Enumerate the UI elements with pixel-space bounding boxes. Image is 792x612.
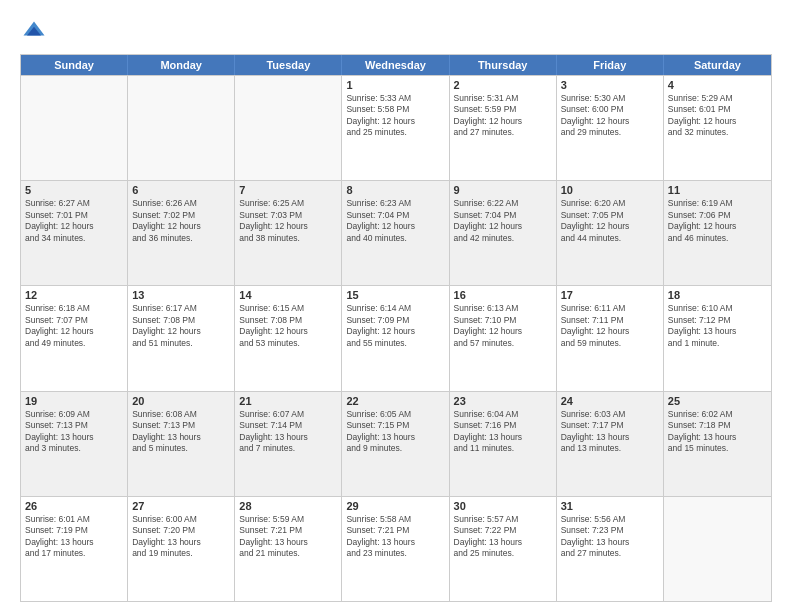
day-info: Sunrise: 6:26 AM Sunset: 7:02 PM Dayligh… [132, 198, 230, 244]
day-cell-17: 17Sunrise: 6:11 AM Sunset: 7:11 PM Dayli… [557, 286, 664, 390]
day-number: 25 [668, 395, 767, 407]
day-cell-16: 16Sunrise: 6:13 AM Sunset: 7:10 PM Dayli… [450, 286, 557, 390]
day-info: Sunrise: 6:08 AM Sunset: 7:13 PM Dayligh… [132, 409, 230, 455]
day-cell-14: 14Sunrise: 6:15 AM Sunset: 7:08 PM Dayli… [235, 286, 342, 390]
day-number: 2 [454, 79, 552, 91]
day-cell-25: 25Sunrise: 6:02 AM Sunset: 7:18 PM Dayli… [664, 392, 771, 496]
weekday-header-saturday: Saturday [664, 55, 771, 75]
day-info: Sunrise: 6:04 AM Sunset: 7:16 PM Dayligh… [454, 409, 552, 455]
day-cell-23: 23Sunrise: 6:04 AM Sunset: 7:16 PM Dayli… [450, 392, 557, 496]
day-cell-5: 5Sunrise: 6:27 AM Sunset: 7:01 PM Daylig… [21, 181, 128, 285]
day-info: Sunrise: 6:27 AM Sunset: 7:01 PM Dayligh… [25, 198, 123, 244]
day-info: Sunrise: 6:22 AM Sunset: 7:04 PM Dayligh… [454, 198, 552, 244]
day-cell-31: 31Sunrise: 5:56 AM Sunset: 7:23 PM Dayli… [557, 497, 664, 601]
page: SundayMondayTuesdayWednesdayThursdayFrid… [0, 0, 792, 612]
calendar-week-4: 19Sunrise: 6:09 AM Sunset: 7:13 PM Dayli… [21, 391, 771, 496]
day-cell-13: 13Sunrise: 6:17 AM Sunset: 7:08 PM Dayli… [128, 286, 235, 390]
day-info: Sunrise: 6:13 AM Sunset: 7:10 PM Dayligh… [454, 303, 552, 349]
calendar-week-1: 1Sunrise: 5:33 AM Sunset: 5:58 PM Daylig… [21, 75, 771, 180]
day-number: 15 [346, 289, 444, 301]
day-cell-29: 29Sunrise: 5:58 AM Sunset: 7:21 PM Dayli… [342, 497, 449, 601]
day-cell-18: 18Sunrise: 6:10 AM Sunset: 7:12 PM Dayli… [664, 286, 771, 390]
weekday-header-friday: Friday [557, 55, 664, 75]
logo-icon [20, 18, 48, 46]
day-info: Sunrise: 6:18 AM Sunset: 7:07 PM Dayligh… [25, 303, 123, 349]
day-cell-3: 3Sunrise: 5:30 AM Sunset: 6:00 PM Daylig… [557, 76, 664, 180]
day-number: 10 [561, 184, 659, 196]
weekday-header-thursday: Thursday [450, 55, 557, 75]
day-number: 17 [561, 289, 659, 301]
day-cell-22: 22Sunrise: 6:05 AM Sunset: 7:15 PM Dayli… [342, 392, 449, 496]
day-info: Sunrise: 6:19 AM Sunset: 7:06 PM Dayligh… [668, 198, 767, 244]
day-cell-2: 2Sunrise: 5:31 AM Sunset: 5:59 PM Daylig… [450, 76, 557, 180]
day-info: Sunrise: 6:05 AM Sunset: 7:15 PM Dayligh… [346, 409, 444, 455]
day-cell-26: 26Sunrise: 6:01 AM Sunset: 7:19 PM Dayli… [21, 497, 128, 601]
day-info: Sunrise: 6:17 AM Sunset: 7:08 PM Dayligh… [132, 303, 230, 349]
day-cell-12: 12Sunrise: 6:18 AM Sunset: 7:07 PM Dayli… [21, 286, 128, 390]
day-info: Sunrise: 5:33 AM Sunset: 5:58 PM Dayligh… [346, 93, 444, 139]
day-number: 1 [346, 79, 444, 91]
logo [20, 18, 52, 46]
day-cell-1: 1Sunrise: 5:33 AM Sunset: 5:58 PM Daylig… [342, 76, 449, 180]
day-cell-8: 8Sunrise: 6:23 AM Sunset: 7:04 PM Daylig… [342, 181, 449, 285]
weekday-header-tuesday: Tuesday [235, 55, 342, 75]
day-info: Sunrise: 6:10 AM Sunset: 7:12 PM Dayligh… [668, 303, 767, 349]
calendar: SundayMondayTuesdayWednesdayThursdayFrid… [20, 54, 772, 602]
day-number: 24 [561, 395, 659, 407]
weekday-header-monday: Monday [128, 55, 235, 75]
day-number: 7 [239, 184, 337, 196]
day-cell-11: 11Sunrise: 6:19 AM Sunset: 7:06 PM Dayli… [664, 181, 771, 285]
empty-cell [235, 76, 342, 180]
day-number: 18 [668, 289, 767, 301]
day-number: 4 [668, 79, 767, 91]
day-cell-15: 15Sunrise: 6:14 AM Sunset: 7:09 PM Dayli… [342, 286, 449, 390]
calendar-header: SundayMondayTuesdayWednesdayThursdayFrid… [21, 55, 771, 75]
day-info: Sunrise: 6:02 AM Sunset: 7:18 PM Dayligh… [668, 409, 767, 455]
day-number: 13 [132, 289, 230, 301]
day-number: 9 [454, 184, 552, 196]
day-number: 11 [668, 184, 767, 196]
day-info: Sunrise: 6:14 AM Sunset: 7:09 PM Dayligh… [346, 303, 444, 349]
day-info: Sunrise: 5:29 AM Sunset: 6:01 PM Dayligh… [668, 93, 767, 139]
day-number: 30 [454, 500, 552, 512]
day-info: Sunrise: 5:30 AM Sunset: 6:00 PM Dayligh… [561, 93, 659, 139]
day-number: 12 [25, 289, 123, 301]
day-number: 27 [132, 500, 230, 512]
day-number: 29 [346, 500, 444, 512]
day-cell-9: 9Sunrise: 6:22 AM Sunset: 7:04 PM Daylig… [450, 181, 557, 285]
header [20, 18, 772, 46]
weekday-header-sunday: Sunday [21, 55, 128, 75]
day-number: 28 [239, 500, 337, 512]
day-number: 16 [454, 289, 552, 301]
day-info: Sunrise: 6:20 AM Sunset: 7:05 PM Dayligh… [561, 198, 659, 244]
empty-cell [21, 76, 128, 180]
weekday-header-wednesday: Wednesday [342, 55, 449, 75]
day-info: Sunrise: 5:31 AM Sunset: 5:59 PM Dayligh… [454, 93, 552, 139]
day-info: Sunrise: 6:11 AM Sunset: 7:11 PM Dayligh… [561, 303, 659, 349]
day-info: Sunrise: 6:09 AM Sunset: 7:13 PM Dayligh… [25, 409, 123, 455]
day-cell-24: 24Sunrise: 6:03 AM Sunset: 7:17 PM Dayli… [557, 392, 664, 496]
day-info: Sunrise: 5:58 AM Sunset: 7:21 PM Dayligh… [346, 514, 444, 560]
empty-cell [128, 76, 235, 180]
calendar-week-5: 26Sunrise: 6:01 AM Sunset: 7:19 PM Dayli… [21, 496, 771, 601]
day-cell-10: 10Sunrise: 6:20 AM Sunset: 7:05 PM Dayli… [557, 181, 664, 285]
day-cell-28: 28Sunrise: 5:59 AM Sunset: 7:21 PM Dayli… [235, 497, 342, 601]
day-info: Sunrise: 6:01 AM Sunset: 7:19 PM Dayligh… [25, 514, 123, 560]
day-number: 5 [25, 184, 123, 196]
day-cell-19: 19Sunrise: 6:09 AM Sunset: 7:13 PM Dayli… [21, 392, 128, 496]
day-info: Sunrise: 6:15 AM Sunset: 7:08 PM Dayligh… [239, 303, 337, 349]
day-number: 3 [561, 79, 659, 91]
day-cell-27: 27Sunrise: 6:00 AM Sunset: 7:20 PM Dayli… [128, 497, 235, 601]
day-number: 21 [239, 395, 337, 407]
day-info: Sunrise: 6:00 AM Sunset: 7:20 PM Dayligh… [132, 514, 230, 560]
day-cell-6: 6Sunrise: 6:26 AM Sunset: 7:02 PM Daylig… [128, 181, 235, 285]
day-cell-7: 7Sunrise: 6:25 AM Sunset: 7:03 PM Daylig… [235, 181, 342, 285]
day-number: 22 [346, 395, 444, 407]
day-number: 8 [346, 184, 444, 196]
day-number: 19 [25, 395, 123, 407]
day-number: 31 [561, 500, 659, 512]
calendar-week-3: 12Sunrise: 6:18 AM Sunset: 7:07 PM Dayli… [21, 285, 771, 390]
day-info: Sunrise: 5:56 AM Sunset: 7:23 PM Dayligh… [561, 514, 659, 560]
day-number: 6 [132, 184, 230, 196]
day-info: Sunrise: 5:59 AM Sunset: 7:21 PM Dayligh… [239, 514, 337, 560]
